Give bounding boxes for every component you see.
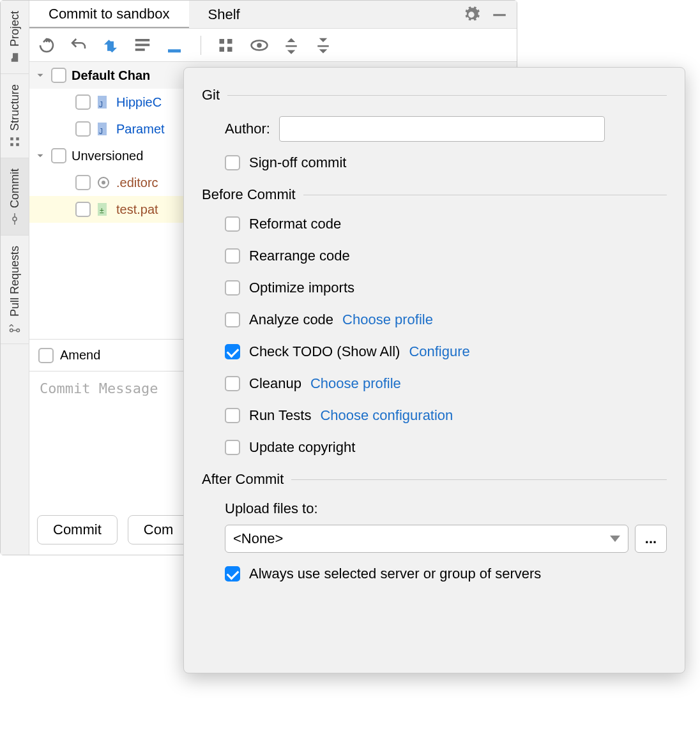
author-input[interactable] [279,116,605,142]
left-tab-pull-requests[interactable]: Pull Requests [1,236,29,344]
checkbox[interactable] [75,94,91,110]
configure-link[interactable]: Configure [409,343,469,360]
button-label: ... [645,530,657,547]
tab-label: Shelf [208,6,240,23]
section-title: After Commit [202,471,284,488]
tree-label: .editorc [116,176,158,190]
group-by-icon[interactable] [218,36,237,55]
check-todo-checkbox[interactable] [225,344,240,359]
amend-checkbox[interactable] [38,348,54,363]
collapse-all-icon[interactable] [314,36,333,55]
rearrange-row: Rearrange code [225,248,667,264]
run-tests-row: Run Tests Choose configuration [225,407,667,424]
choose-profile-link[interactable]: Choose profile [310,375,401,392]
checkbox-label: Reformat code [249,216,341,232]
select-value: <None> [233,530,283,547]
checkbox-label: Check TODO (Show All) [249,343,400,360]
gear-file-icon [96,175,111,190]
upload-select[interactable]: <None> [225,525,628,553]
button-label: Commit [53,522,102,537]
left-tab-project[interactable]: Project [1,1,29,74]
amend-label: Amend [60,348,100,363]
update-copyright-checkbox[interactable] [225,440,240,455]
changelist-icon[interactable] [133,36,152,55]
run-tests-checkbox[interactable] [225,408,240,423]
section-before-commit: Before Commit [202,186,667,203]
checkbox[interactable] [75,202,91,217]
left-tab-label: Structure [8,84,22,131]
checkbox-label: Always use selected server or group of s… [249,566,541,582]
top-tabs: Commit to sandbox Shelf [29,1,517,29]
chevron-down-icon [610,536,620,542]
commit-button[interactable]: Commit [37,515,118,544]
shelve-icon[interactable] [165,36,184,55]
reformat-checkbox[interactable] [225,216,240,232]
optimize-checkbox[interactable] [225,280,240,296]
minimize-icon[interactable] [489,4,510,26]
cleanup-row: Cleanup Choose profile [225,375,667,392]
svg-rect-10 [493,13,506,15]
toolbar [29,29,517,62]
svg-text:J: J [99,127,103,136]
java-file-icon: J [96,121,111,137]
signoff-checkbox[interactable] [225,155,240,170]
checkbox-label: Cleanup [249,375,301,392]
tree-label: Default Chan [72,68,150,83]
svg-rect-1 [10,137,13,140]
svg-rect-15 [220,47,225,52]
folder-icon [9,52,20,63]
left-tab-label: Pull Requests [8,246,22,317]
checkbox-label: Rearrange code [249,248,350,264]
svg-rect-3 [16,137,19,140]
svg-point-25 [102,181,105,184]
svg-rect-16 [227,39,232,44]
choose-profile-link[interactable]: Choose profile [342,311,433,328]
section-title: Before Commit [202,186,296,203]
update-copyright-row: Update copyright [225,439,667,456]
left-tab-structure[interactable]: Structure [1,74,29,158]
tree-label: test.pat [116,202,158,217]
chevron-down-icon[interactable] [34,70,46,81]
left-tab-label: Commit [8,169,22,208]
pull-request-icon [9,322,20,333]
author-label: Author: [225,121,270,137]
optimize-row: Optimize imports [225,280,667,296]
tab-commit[interactable]: Commit to sandbox [29,1,189,28]
svg-point-7 [10,329,13,332]
choose-configuration-link[interactable]: Choose configuration [320,407,453,424]
chevron-down-icon[interactable] [34,150,46,161]
left-tab-commit[interactable]: Commit [1,158,29,236]
commit-message-placeholder: Commit Message [40,380,158,396]
java-file-icon: J [96,94,111,110]
svg-rect-17 [227,47,232,52]
rearrange-checkbox[interactable] [225,248,240,264]
rollback-icon[interactable] [69,36,88,55]
analyze-row: Analyze code Choose profile [225,311,667,328]
left-tab-label: Project [8,11,22,47]
commit-and-button[interactable]: Com [128,515,189,544]
svg-rect-12 [135,43,150,46]
checkbox[interactable] [51,68,66,83]
patch-file-icon: ± [96,202,111,217]
gear-icon[interactable] [460,4,482,26]
upload-label: Upload files to: [225,500,667,517]
diff-icon[interactable] [101,36,120,55]
cleanup-checkbox[interactable] [225,376,240,391]
checkbox[interactable] [75,121,91,137]
checkbox-label: Analyze code [249,311,333,328]
view-options-icon[interactable] [250,36,269,55]
checkbox[interactable] [75,175,91,190]
tab-shelf[interactable]: Shelf [189,1,259,28]
svg-rect-0 [10,143,13,146]
checkbox[interactable] [51,148,66,163]
analyze-checkbox[interactable] [225,312,240,327]
always-use-row: Always use selected server or group of s… [225,566,667,582]
svg-rect-11 [135,39,150,41]
always-use-checkbox[interactable] [225,566,240,582]
refresh-icon[interactable] [37,36,56,55]
svg-rect-13 [135,49,145,51]
expand-all-icon[interactable] [282,36,301,55]
svg-text:J: J [99,100,103,109]
browse-button[interactable]: ... [635,525,667,553]
checkbox-label: Optimize imports [249,280,354,296]
